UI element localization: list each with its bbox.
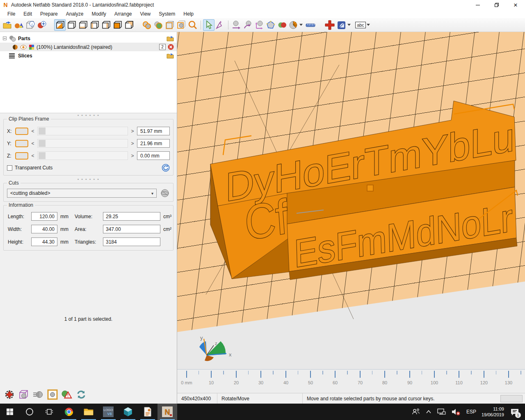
view-top-button[interactable] — [112, 19, 123, 31]
parts-folder-icon[interactable] — [167, 36, 174, 41]
sync-parts-button[interactable] — [76, 389, 87, 400]
fast-preview-button[interactable] — [33, 389, 43, 400]
menu-help[interactable]: Help — [179, 10, 198, 18]
rotate-view-tool-button[interactable] — [215, 19, 226, 31]
cuts-dropdown[interactable]: <cutting disabled> ▾ — [7, 189, 157, 198]
cut-tool-button[interactable] — [336, 19, 352, 31]
taskbar-file-explorer[interactable] — [79, 404, 98, 420]
people-icon[interactable] — [411, 408, 420, 416]
clip-x-increment[interactable]: > — [130, 128, 135, 134]
part-info-button[interactable]: i — [25, 19, 36, 31]
clip-y-increment[interactable]: > — [130, 141, 135, 146]
selection-handle[interactable] — [367, 185, 373, 191]
show-selected-button[interactable] — [153, 19, 164, 31]
clip-z-value[interactable]: 0.00 mm — [137, 151, 170, 160]
open-project-button[interactable] — [2, 19, 13, 31]
cortana-button[interactable] — [20, 404, 39, 420]
view-left-button[interactable] — [89, 19, 100, 31]
start-button[interactable] — [0, 404, 20, 420]
viewport-3d[interactable]: DyHoErTmYbLu Cf EsFmMdNoLr — [177, 32, 525, 369]
show-parts-button[interactable] — [141, 19, 153, 31]
language-indicator[interactable]: ESP — [466, 409, 476, 415]
visibility-eye-icon[interactable] — [20, 45, 27, 50]
wireframe-view-button[interactable] — [164, 19, 176, 31]
clip-z-decrement[interactable]: < — [31, 153, 35, 159]
clip-z-increment[interactable]: > — [130, 153, 135, 159]
repair-settings-button[interactable] — [4, 389, 15, 400]
slices-folder-icon[interactable] — [167, 53, 174, 59]
scale-part-button[interactable] — [253, 19, 265, 31]
measure-button[interactable] — [304, 19, 317, 31]
panel-splitter-2[interactable]: ▪ ▪ ▪ ▪ ▪ ▪ — [0, 177, 177, 181]
label-tool-button[interactable]: abc — [352, 19, 373, 31]
platform-view-button[interactable] — [176, 19, 187, 31]
area-value[interactable]: 347.00 — [103, 225, 160, 233]
clip-x-slider-thumb[interactable] — [39, 128, 46, 135]
reset-clip-icon[interactable] — [162, 164, 170, 172]
model-part[interactable]: DyHoErTmYbLu Cf EsFmMdNoLr — [210, 101, 517, 280]
restore-button[interactable] — [487, 0, 506, 10]
menu-analyze[interactable]: Analyze — [62, 10, 88, 18]
volume-value[interactable]: 29.25 — [103, 212, 160, 221]
view-front-button[interactable] — [66, 19, 77, 31]
delete-part-icon[interactable] — [168, 44, 174, 50]
tree-part-row[interactable]: (100%) Lantanidosfinal2 (repaired) 2 — [0, 43, 177, 51]
menu-system[interactable]: System — [155, 10, 179, 18]
part-color-icon[interactable] — [29, 44, 34, 50]
view-bottom-button[interactable] — [123, 19, 135, 31]
menu-prepare[interactable]: Prepare — [36, 10, 62, 18]
collapse-icon[interactable] — [3, 37, 7, 40]
task-view-button[interactable] — [39, 404, 59, 420]
cut-sphere-icon[interactable] — [160, 188, 170, 198]
package-part-button[interactable] — [18, 389, 29, 400]
framed-part-button[interactable] — [47, 389, 58, 400]
menu-edit[interactable]: Edit — [19, 10, 36, 18]
tree-group-parts[interactable]: Parts — [0, 34, 177, 43]
clip-x-value[interactable]: 51.97 mm — [137, 127, 170, 135]
view-right-button[interactable] — [100, 19, 112, 31]
transparent-cuts-checkbox[interactable] — [7, 165, 12, 171]
height-value[interactable]: 44.30 — [31, 237, 57, 246]
menu-modify[interactable]: Modify — [87, 10, 110, 18]
clip-x-slider[interactable] — [37, 127, 128, 135]
view-back-button[interactable] — [77, 19, 89, 31]
clip-z-plane-swatch[interactable] — [15, 152, 28, 160]
clip-y-plane-swatch[interactable] — [15, 140, 28, 147]
new-project-button[interactable] — [36, 19, 48, 31]
clip-y-value[interactable]: 21.96 mm — [137, 139, 170, 148]
taskbar-impress[interactable] — [138, 404, 158, 420]
view-isometric-button[interactable] — [54, 19, 66, 31]
minimize-button[interactable] — [468, 0, 487, 10]
tray-chevron-up-icon[interactable] — [426, 410, 431, 414]
menu-file[interactable]: File — [3, 10, 19, 18]
volume-muted-icon[interactable] — [451, 408, 461, 416]
mesh-edit-button[interactable] — [265, 19, 276, 31]
taskbar-3d-app[interactable] — [118, 404, 138, 420]
action-center-button[interactable]: 1 — [509, 406, 520, 417]
width-value[interactable]: 40.00 — [31, 225, 57, 233]
length-value[interactable]: 120.00 — [31, 212, 57, 221]
taskbar-netfabb[interactable]: N — [158, 404, 177, 420]
close-button[interactable]: ✕ — [506, 0, 525, 10]
clip-y-slider-thumb[interactable] — [39, 140, 46, 147]
move-part-button[interactable] — [231, 19, 242, 31]
clip-y-slider[interactable] — [37, 139, 128, 148]
rotate-part-button[interactable] — [242, 19, 253, 31]
repair-part-button[interactable] — [324, 19, 336, 31]
zoom-button[interactable] — [187, 19, 199, 31]
taskbar-chrome[interactable] — [59, 404, 79, 420]
tree-group-slices[interactable]: Slices — [0, 51, 177, 60]
clip-x-decrement[interactable]: < — [31, 128, 35, 134]
clip-z-slider[interactable] — [37, 151, 128, 160]
menu-view[interactable]: View — [136, 10, 155, 18]
clip-x-plane-swatch[interactable] — [15, 128, 28, 135]
triangles-value[interactable]: 3184 — [103, 237, 160, 246]
clip-z-slider-thumb[interactable] — [39, 152, 46, 159]
taskbar-logo-v8-app[interactable]: LOGOV8 — [98, 404, 118, 420]
taskbar-clock[interactable]: 11:09 19/06/2019 — [482, 406, 504, 418]
collision-check-button[interactable] — [276, 19, 288, 31]
clip-y-decrement[interactable]: < — [31, 141, 35, 146]
select-tool-button[interactable] — [203, 19, 215, 31]
menu-arrange[interactable]: Arrange — [110, 10, 136, 18]
analysis-warning-button[interactable]: ! — [62, 389, 72, 400]
